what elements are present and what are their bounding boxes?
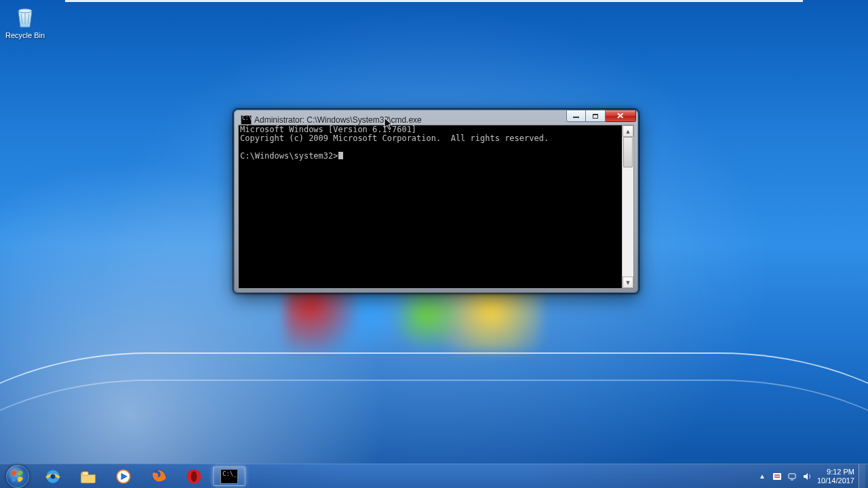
window-controls: ✕ <box>566 110 636 122</box>
svg-point-0 <box>18 9 32 13</box>
taskbar-pin-ie[interactable] <box>37 466 69 486</box>
cmd-title-icon <box>241 115 252 125</box>
network-icon[interactable] <box>787 471 797 482</box>
console-line: Copyright (c) 2009 Microsoft Corporation… <box>240 134 549 143</box>
recycle-bin-label: Recycle Bin <box>4 31 46 39</box>
wmp-icon <box>114 467 133 486</box>
trash-icon <box>12 3 39 30</box>
action-center-icon[interactable] <box>772 471 783 482</box>
minimize-button[interactable] <box>566 110 586 122</box>
folder-icon <box>79 467 98 486</box>
taskbar-pin-explorer[interactable] <box>72 466 104 486</box>
scroll-up-button[interactable]: ▲ <box>623 125 633 137</box>
svg-rect-3 <box>82 472 88 475</box>
taskbar[interactable]: ▲ 9:12 PM 10/14/2017 <box>0 464 868 488</box>
console-prompt: C:\Windows\system32> <box>240 151 338 161</box>
scroll-down-button[interactable]: ▼ <box>623 277 633 288</box>
vertical-scrollbar[interactable]: ▲ ▼ <box>622 125 633 288</box>
start-orb-icon <box>6 465 29 488</box>
tray-date: 10/14/2017 <box>817 476 854 485</box>
svg-rect-10 <box>789 474 795 479</box>
console-frame: Microsoft Windows [Version 6.1.7601] Cop… <box>238 125 634 289</box>
cmd-window[interactable]: Administrator: C:\Windows\System32\cmd.e… <box>234 110 638 293</box>
start-button[interactable] <box>0 464 35 488</box>
tray-clock[interactable]: 9:12 PM 10/14/2017 <box>814 468 859 485</box>
cmd-icon <box>220 469 238 484</box>
taskbar-item-cmd[interactable] <box>213 466 245 486</box>
svg-rect-9 <box>773 473 781 480</box>
window-title: Administrator: C:\Windows\System32\cmd.e… <box>254 115 422 125</box>
ie-icon <box>43 467 62 486</box>
console-output[interactable]: Microsoft Windows [Version 6.1.7601] Cop… <box>239 125 622 288</box>
opera-icon <box>184 467 203 486</box>
console-caret <box>338 152 343 159</box>
svg-point-8 <box>191 471 197 482</box>
close-button[interactable]: ✕ <box>606 110 636 122</box>
window-edge-artifact <box>65 0 803 2</box>
system-tray: ▲ 9:12 PM 10/14/2017 <box>755 464 868 488</box>
firefox-icon <box>149 467 168 486</box>
recycle-bin-icon[interactable]: Recycle Bin <box>4 3 46 39</box>
minimize-icon <box>573 117 579 118</box>
tray-overflow-button[interactable]: ▲ <box>755 472 770 480</box>
taskbar-pin-firefox[interactable] <box>142 466 175 486</box>
maximize-icon <box>593 114 598 119</box>
close-icon: ✕ <box>616 112 625 120</box>
volume-icon[interactable] <box>802 471 812 482</box>
show-desktop-button[interactable] <box>859 464 865 489</box>
maximize-button[interactable] <box>586 110 606 122</box>
svg-point-2 <box>51 474 56 479</box>
taskbar-pin-opera[interactable] <box>178 466 210 486</box>
tray-time: 9:12 PM <box>817 468 854 476</box>
taskbar-pin-wmp[interactable] <box>107 466 140 486</box>
scroll-thumb[interactable] <box>623 137 633 167</box>
